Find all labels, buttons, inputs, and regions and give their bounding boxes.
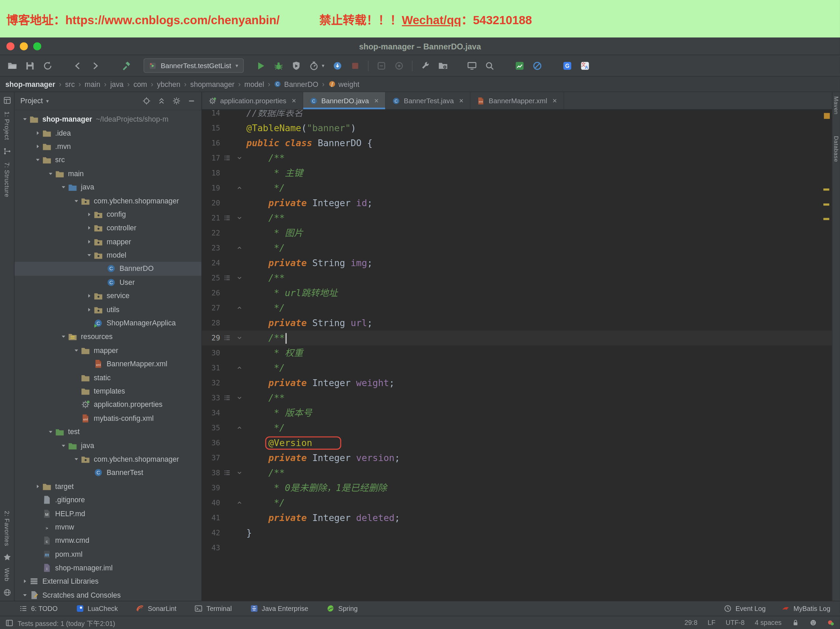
tree-item-config[interactable]: config [14, 208, 201, 221]
doc-gutter-icon[interactable] [223, 154, 231, 162]
close-tab-icon[interactable]: × [292, 96, 296, 105]
line-number[interactable]: 14 [203, 110, 220, 117]
zoom-button[interactable] [33, 42, 41, 50]
save-icon[interactable] [25, 61, 35, 70]
tree-item-bannertest[interactable]: CBannerTest [14, 466, 201, 479]
close-tab-icon[interactable]: × [553, 96, 557, 105]
fold-down-icon[interactable] [236, 470, 243, 476]
statusbar-button-6-todo[interactable]: 6: TODO [19, 604, 58, 613]
close-tab-icon[interactable]: × [374, 96, 379, 105]
chevron-down-icon[interactable]: ▾ [322, 63, 325, 68]
tree-item-application-properties[interactable]: application.properties [14, 398, 201, 411]
chevron-right-icon[interactable] [84, 238, 94, 244]
google-translate-icon[interactable]: G [562, 61, 572, 70]
back-icon[interactable] [73, 61, 82, 70]
line-number[interactable]: 22 [203, 229, 220, 237]
tool-window-button-database[interactable]: Database [833, 136, 840, 162]
breadcrumb-item-ybchen[interactable]: ybchen [157, 80, 180, 88]
code-line[interactable]: 37 private Integer version; [202, 451, 832, 465]
tree-item-target[interactable]: target [14, 479, 201, 493]
fold-down-icon[interactable] [236, 274, 243, 281]
fold-down-icon[interactable] [236, 334, 243, 341]
line-number[interactable]: 24 [203, 259, 220, 267]
tree-item-com-ybchen-shopmanager[interactable]: com.ybchen.shopmanager [14, 194, 201, 208]
tree-item-model[interactable]: model [14, 248, 201, 262]
chevron-down-icon[interactable] [84, 252, 94, 258]
line-number[interactable]: 17 [203, 154, 220, 162]
chevron-right-icon[interactable] [20, 579, 29, 584]
warning-stripe-mark[interactable] [823, 188, 829, 190]
tree-item-shop-manager[interactable]: shop-manager~/IdeaProjects/shop-m [14, 112, 201, 126]
tree-item-src[interactable]: src [14, 153, 201, 167]
fold-up-icon[interactable] [236, 185, 243, 191]
chevron-right-icon[interactable] [33, 484, 42, 489]
tree-item-shop-manager-iml[interactable]: ishop-manager.iml [14, 561, 201, 575]
line-number[interactable]: 15 [203, 124, 220, 132]
tree-item-scratches-and-consoles[interactable]: Scratches and Consoles [14, 588, 201, 601]
close-button[interactable] [6, 42, 15, 50]
line-number[interactable]: 40 [203, 498, 220, 507]
statusbar-button-sonarlint[interactable]: SonarLint [136, 604, 177, 613]
tree-item-test[interactable]: test [14, 425, 201, 439]
line-number[interactable]: 32 [203, 378, 220, 387]
chevron-down-icon[interactable] [20, 116, 29, 122]
chevron-down-icon[interactable] [33, 157, 42, 163]
code-line[interactable]: 40 */ [202, 495, 832, 511]
tree-item-idea[interactable]: .idea [14, 126, 201, 140]
fold-up-icon[interactable] [236, 304, 243, 311]
remote-monitor-icon[interactable] [467, 61, 477, 70]
fold-up-icon[interactable] [236, 500, 243, 506]
doc-gutter-icon[interactable] [223, 469, 231, 477]
stop-icon[interactable] [350, 61, 360, 70]
debug-icon[interactable] [273, 61, 283, 70]
chevron-down-icon[interactable] [71, 456, 81, 462]
tree-item-java[interactable]: java [14, 439, 201, 452]
tree-item-mvn[interactable]: .mvn [14, 140, 201, 153]
line-number[interactable]: 30 [203, 348, 220, 357]
tree-item-external-libraries[interactable]: External Libraries [14, 575, 201, 588]
code-line[interactable]: 14//数据库表名 [202, 110, 832, 120]
tab-application-properties[interactable]: application.properties× [202, 92, 303, 109]
tree-item-help-md[interactable]: MHELP.md [14, 507, 201, 520]
tree-item-shopmanagerapplica[interactable]: CShopManagerApplica [14, 316, 201, 330]
line-number[interactable]: 23 [203, 244, 220, 252]
doc-gutter-icon[interactable] [223, 274, 231, 282]
code-line[interactable]: 23 */ [202, 241, 832, 255]
tree-item-com-ybchen-shopmanager[interactable]: com.ybchen.shopmanager [14, 452, 201, 466]
code-line[interactable]: 36 @Version [202, 435, 832, 451]
translate-icon[interactable]: 文A [580, 61, 589, 70]
line-number[interactable]: 27 [203, 304, 220, 312]
close-tab-icon[interactable]: × [459, 96, 464, 105]
chevron-right-icon[interactable] [84, 225, 94, 231]
code-editor[interactable]: 14//数据库表名15@TableName("banner")16public … [202, 110, 832, 601]
forward-icon[interactable] [91, 61, 100, 70]
run-icon[interactable] [256, 61, 265, 70]
code-line[interactable]: 27 */ [202, 301, 832, 315]
breadcrumb-item-src[interactable]: src [65, 80, 75, 88]
search-icon[interactable] [485, 61, 494, 70]
code-line[interactable]: 25 /** [202, 271, 832, 285]
inspections-status-icon[interactable] [824, 113, 830, 119]
fold-down-icon[interactable] [236, 394, 243, 401]
chevron-down-icon[interactable] [58, 184, 68, 190]
line-number[interactable]: 34 [203, 408, 220, 417]
tree-item-resources[interactable]: resources [14, 330, 201, 344]
code-line[interactable]: 43 [202, 541, 832, 555]
line-separator[interactable]: LF [708, 619, 715, 627]
line-number[interactable]: 38 [203, 468, 220, 477]
collapse-all-icon[interactable] [158, 97, 166, 105]
code-line[interactable]: 16public class BannerDO { [202, 136, 832, 151]
code-line[interactable]: 31 */ [202, 361, 832, 375]
build-hammer-icon[interactable] [122, 61, 131, 70]
highlighting-level-icon[interactable] [809, 619, 817, 627]
line-number[interactable]: 33 [203, 394, 220, 402]
blocked-icon[interactable] [532, 61, 542, 70]
star-icon[interactable] [3, 553, 11, 561]
doc-gutter-icon[interactable] [223, 214, 231, 222]
breadcrumb-item-shopmanager[interactable]: shopmanager [190, 80, 235, 88]
tree-item-mvnw-cmd[interactable]: cmvnw.cmd [14, 534, 201, 547]
line-number[interactable]: 41 [203, 514, 220, 522]
tree-item-bannermapper-xml[interactable]: xmlBannerMapper.xml [14, 357, 201, 371]
statusbar-button-spring[interactable]: Spring [327, 604, 358, 613]
line-number[interactable]: 43 [203, 544, 220, 552]
